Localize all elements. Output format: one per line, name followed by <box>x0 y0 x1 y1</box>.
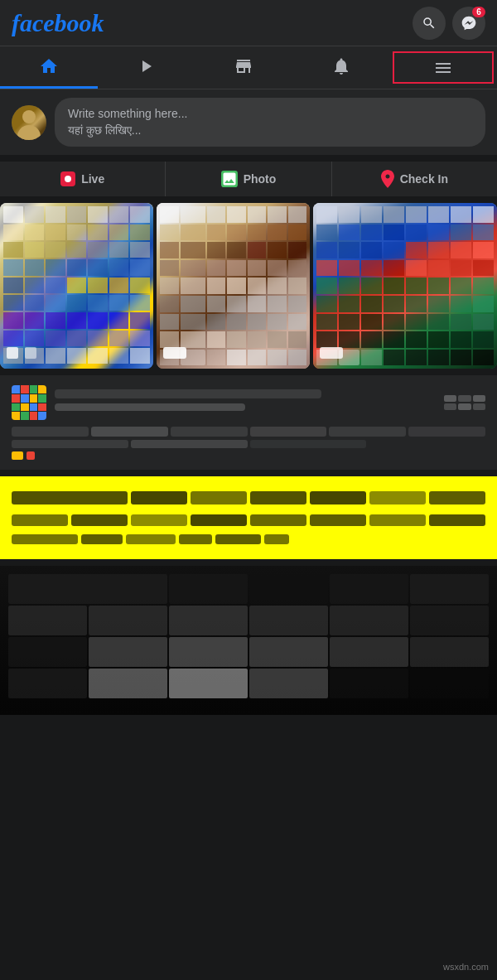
nav-tabs <box>0 46 497 89</box>
messenger-button[interactable]: 6 <box>452 7 485 40</box>
tab-watch[interactable] <box>98 46 195 89</box>
stories-row <box>0 203 497 369</box>
home-icon <box>39 56 59 76</box>
tab-home[interactable] <box>0 46 98 89</box>
placeholder-line1: Write something here... <box>68 106 472 123</box>
stories-section <box>0 203 497 369</box>
checkin-button[interactable]: Check In <box>332 162 497 196</box>
search-button[interactable] <box>413 7 446 40</box>
checkin-icon <box>381 170 394 188</box>
bell-icon <box>331 56 351 76</box>
feed-1-text <box>55 389 436 416</box>
post-input[interactable]: Write something here... यहां कुछ लिखिए..… <box>55 98 485 147</box>
live-icon <box>60 171 75 186</box>
menu-icon <box>433 58 453 78</box>
feed-1-name <box>55 389 321 398</box>
story-1-bottom <box>7 347 147 362</box>
app-header: facebook 6 <box>0 0 497 46</box>
tab-marketplace[interactable] <box>195 46 292 89</box>
dark-video-section <box>0 566 497 715</box>
create-post-section: Write something here... यहां कुछ लिखिए..… <box>0 89 497 162</box>
photo-label: Photo <box>244 172 277 186</box>
dark-content <box>0 566 497 715</box>
feed-1-tags <box>12 451 485 460</box>
messenger-badge: 6 <box>472 7 485 17</box>
header-icons: 6 <box>413 7 485 40</box>
feed-1-content <box>12 427 485 437</box>
checkin-label: Check In <box>400 172 448 186</box>
live-label: Live <box>81 172 104 186</box>
story-card-1[interactable] <box>0 203 153 369</box>
messenger-icon <box>461 15 477 31</box>
feed-logo <box>12 385 46 420</box>
marketplace-icon <box>234 56 253 76</box>
post-placeholder: Write something here... यहां कुछ लिखिए..… <box>68 106 472 138</box>
watch-icon <box>136 56 156 76</box>
story-card-2[interactable] <box>157 203 310 369</box>
photo-button[interactable]: Photo <box>166 162 331 196</box>
avatar-image <box>12 105 46 140</box>
feed-card-1-header <box>12 385 485 420</box>
user-avatar[interactable] <box>12 105 46 140</box>
story-2-bottom <box>163 347 303 362</box>
yellow-content <box>12 491 485 544</box>
story-card-3[interactable] <box>313 203 497 369</box>
feed-section <box>0 375 497 715</box>
tab-notifications[interactable] <box>292 46 390 89</box>
placeholder-line2: यहां कुछ लिखिए... <box>68 123 472 139</box>
action-bar: Live Photo Check In <box>0 162 497 203</box>
feed-card-1 <box>0 375 497 470</box>
story-3-bottom <box>320 347 490 362</box>
search-icon <box>422 16 437 31</box>
feed-1-content2 <box>12 440 485 448</box>
live-button[interactable]: Live <box>0 162 166 196</box>
facebook-logo: facebook <box>12 9 104 37</box>
tab-menu[interactable] <box>393 51 494 84</box>
feed-1-time <box>55 403 245 411</box>
yellow-banner-post <box>0 476 497 559</box>
photo-icon <box>221 171 238 187</box>
text-blocks-right <box>444 395 485 410</box>
